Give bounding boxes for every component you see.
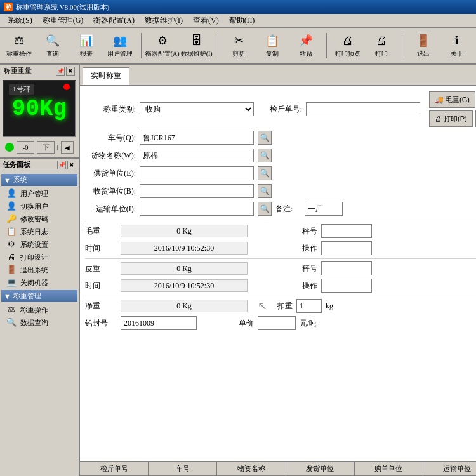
th-ticket-no: 检斤单号 — [80, 462, 149, 475]
transport-search-btn[interactable]: 🔍 — [258, 202, 272, 216]
scale-config-icon: ⚙ — [155, 33, 170, 48]
toolbar-data-maintain[interactable]: 🗄 数据维护(I) — [181, 30, 213, 61]
print-icon: 🖨 — [374, 33, 389, 48]
separator1 — [85, 220, 476, 220]
sidebar-item-user-mgmt[interactable]: 👤 用户管理 — [1, 187, 77, 200]
menu-system[interactable]: 系统(S) — [3, 14, 37, 27]
ctrl-minus[interactable]: -0 — [17, 141, 34, 154]
th-car-no: 车号 — [149, 462, 217, 475]
ticket-no-label: 检斤单号: — [258, 104, 302, 115]
toolbar-print[interactable]: 🖨 打印 — [366, 30, 397, 61]
toolbar-scale-config[interactable]: ⚙ 衡器配置(A) — [147, 30, 178, 61]
toolbar-data-maintain-label: 数据维护(I) — [181, 50, 213, 58]
sidebar-item-shutdown[interactable]: 💻 关闭机器 — [1, 276, 77, 289]
tree-arrow-weigh: ▼ — [4, 293, 11, 300]
sidebar-item-switch-user[interactable]: 👤 切换用户 — [1, 200, 77, 213]
receiver-input[interactable] — [140, 184, 254, 198]
car-no-input[interactable] — [140, 131, 254, 145]
tree-arrow-system: ▼ — [4, 176, 11, 184]
toolbar-exit[interactable]: 🚪 退出 — [407, 30, 439, 61]
toolbar-user-mgmt[interactable]: 👥 用户管理 — [105, 30, 136, 61]
ctrl-down[interactable]: 下 — [37, 141, 55, 154]
toolbar-copy[interactable]: 📋 复制 — [257, 30, 288, 61]
switch-user-icon: 👤 — [6, 201, 17, 211]
toolbar-about[interactable]: ℹ 关于 — [441, 30, 472, 61]
gross-right-label: 秤号 — [302, 226, 317, 237]
data-row-seal: 铅封号 单价 元/吨 — [85, 316, 476, 330]
gross-weight-btn[interactable]: 🚚 毛重(G) — [429, 91, 475, 108]
sidebar-item-print-design[interactable]: 🖨 打印设计 — [1, 251, 77, 263]
sidebar-item-sys-log-label: 系统日志 — [20, 227, 48, 237]
goods-input[interactable] — [140, 149, 254, 162]
toolbar-query[interactable]: 🔍 查询 — [37, 30, 69, 61]
receiver-search-btn[interactable]: 🔍 — [258, 184, 272, 198]
toolbar-print-preview-label: 打印预览 — [335, 50, 360, 58]
toolbar-user-mgmt-label: 用户管理 — [107, 50, 133, 58]
toolbar-print-preview[interactable]: 🖨 打印预览 — [332, 30, 363, 61]
weight-panel-title: 称重重量 — [4, 66, 32, 76]
sidebar-item-user-mgmt-label: 用户管理 — [20, 189, 48, 199]
arrow-right-btn[interactable]: ◀ — [61, 141, 74, 154]
menu-weigh[interactable]: 称重管理(G) — [37, 14, 89, 27]
tare-right-input[interactable] — [321, 261, 372, 275]
toolbar-about-label: 关于 — [451, 50, 463, 58]
tree-group-system-label: 系统 — [13, 175, 27, 185]
form-row-car-no: 车号(Q): 🔍 — [85, 131, 476, 145]
sidebar-item-data-query[interactable]: 🔍 数据查询 — [1, 316, 77, 329]
tree-group-weigh-label: 称重管理 — [13, 291, 41, 301]
menu-help[interactable]: 帮助(H) — [224, 14, 260, 27]
sidebar-item-shutdown-label: 关闭机器 — [20, 278, 48, 288]
seal-price-input[interactable] — [258, 316, 296, 330]
toolbar-paste[interactable]: 📌 粘贴 — [291, 30, 322, 61]
form-row-receiver: 收货单位(B): 🔍 — [85, 184, 476, 198]
sidebar-item-sys-setup[interactable]: ⚙ 系统设置 — [1, 238, 77, 251]
weigh-type-select[interactable]: 收购 — [140, 102, 254, 116]
panel-pin-btn[interactable]: 📌 — [56, 67, 65, 76]
task-pin-btn[interactable]: 📌 — [57, 161, 66, 169]
tare-time-right-input[interactable] — [321, 279, 372, 293]
sidebar-item-change-pwd[interactable]: 🔑 修改密码 — [1, 213, 77, 225]
task-close-btn[interactable]: ✖ — [67, 161, 76, 169]
tare-weight-value: 0 Kg — [121, 262, 248, 275]
car-no-label: 车号(Q): — [85, 133, 136, 143]
tree-group-weigh-header[interactable]: ▼ 称重管理 — [1, 290, 77, 302]
supplier-search-btn[interactable]: 🔍 — [258, 166, 272, 180]
seal-no-input[interactable] — [121, 316, 197, 330]
btn-row1: 🚚 毛重(G) 🚛 皮重(H) 💾 保 — [429, 91, 476, 108]
transport-input[interactable] — [140, 202, 254, 216]
menu-view[interactable]: 查看(V) — [188, 14, 224, 27]
print-btn[interactable]: 🖨 打印(P) — [429, 110, 473, 127]
sidebar-item-sys-log[interactable]: 📋 系统日志 — [1, 225, 77, 238]
toolbar-print-label: 打印 — [375, 50, 388, 58]
menu-bar: 系统(S) 称重管理(G) 衡器配置(A) 数据维护(I) 查看(V) 帮助(H… — [0, 14, 476, 28]
supplier-input[interactable] — [140, 166, 254, 180]
print-preview-icon: 🖨 — [340, 33, 355, 48]
tare-right-label: 秤号 — [302, 263, 317, 274]
menu-scale-config[interactable]: 衡器配置(A) — [88, 14, 140, 27]
gross-time-right-label: 操作 — [302, 243, 317, 254]
menu-data-maintain[interactable]: 数据维护(I) — [140, 14, 188, 27]
tare-time-right-label: 操作 — [302, 281, 317, 291]
remark-input[interactable] — [305, 202, 343, 216]
tree-group-system-header[interactable]: ▼ 系统 — [1, 174, 77, 186]
sidebar-item-change-pwd-label: 修改密码 — [20, 215, 48, 224]
gross-time-right-input[interactable] — [321, 241, 372, 255]
toolbar-report[interactable]: 📊 报表 — [71, 30, 102, 61]
toolbar-weigh-op[interactable]: ⚖ 称重操作 — [4, 30, 35, 61]
data-row-gross: 毛重 0 Kg 秤号 — [85, 224, 476, 238]
car-no-search-btn[interactable]: 🔍 — [258, 131, 272, 145]
tree-area: ▼ 系统 👤 用户管理 👤 切换用户 🔑 修改密码 — [0, 171, 79, 333]
net-right-input[interactable] — [296, 299, 322, 313]
sidebar-item-weigh-op[interactable]: ⚖ 称重操作 — [1, 303, 77, 316]
net-right-label: 扣重 — [277, 301, 293, 312]
weight-controls: -0 下 ◀ — [3, 140, 76, 155]
ticket-no-input[interactable] — [306, 102, 420, 116]
sidebar-item-switch-user-label: 切换用户 — [20, 202, 48, 211]
tab-realtime[interactable]: 实时称重 — [83, 67, 129, 85]
toolbar-cut[interactable]: ✂ 剪切 — [223, 30, 255, 61]
gross-right-input[interactable] — [321, 224, 372, 238]
sidebar-item-exit-sys[interactable]: 🚪 退出系统 — [1, 263, 77, 276]
sidebar-item-exit-sys-label: 退出系统 — [20, 265, 48, 275]
goods-search-btn[interactable]: 🔍 — [258, 149, 272, 162]
panel-close-btn[interactable]: ✖ — [66, 67, 75, 76]
